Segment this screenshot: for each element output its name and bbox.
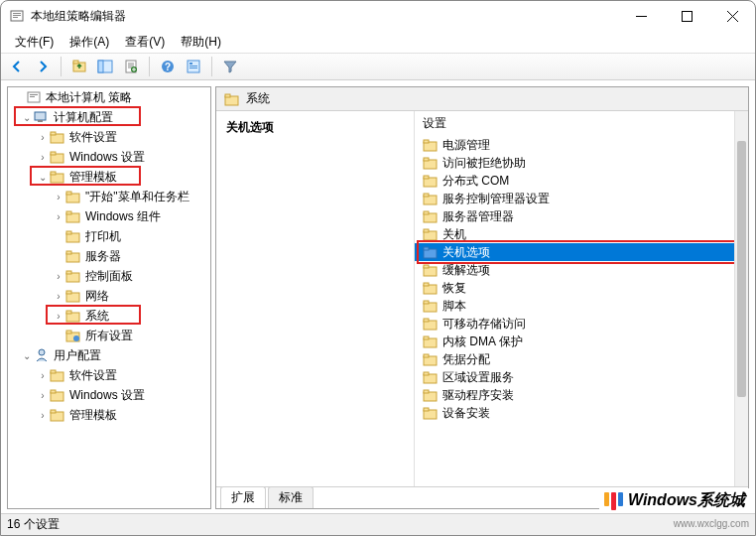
scrollbar-thumb[interactable]	[737, 141, 746, 397]
list-item[interactable]: 分布式 COM	[415, 172, 748, 190]
tree-all-settings[interactable]: 所有设置	[8, 326, 210, 345]
minimize-button[interactable]	[618, 1, 664, 31]
list-item-label: 驱动程序安装	[442, 387, 514, 404]
tree-network[interactable]: ›网络	[8, 286, 210, 306]
tree-windows-components[interactable]: ›Windows 组件	[8, 206, 210, 226]
tree-admin-templates-2[interactable]: ›管理模板	[8, 405, 210, 425]
svg-rect-7	[73, 61, 78, 64]
properties-button[interactable]	[182, 55, 205, 78]
list-item-label: 服务器管理器	[442, 208, 514, 225]
tree-label: 软件设置	[69, 129, 117, 146]
tree-label: 网络	[85, 288, 109, 305]
list-item[interactable]: 恢复	[415, 279, 748, 297]
filter-button[interactable]	[218, 55, 242, 78]
menu-help[interactable]: 帮助(H)	[173, 32, 229, 53]
left-column-heading: 关机选项	[226, 119, 404, 136]
list-item[interactable]: 脚本	[415, 297, 748, 315]
maximize-button[interactable]	[664, 1, 709, 31]
tree-admin-templates[interactable]: ⌄管理模板	[8, 167, 210, 187]
help-button[interactable]: ?	[156, 55, 180, 78]
back-button[interactable]	[5, 55, 29, 78]
svg-rect-44	[66, 331, 71, 334]
list-item-label: 访问被拒绝协助	[442, 155, 526, 172]
tree-user-config[interactable]: ⌄用户配置	[8, 345, 210, 365]
menu-action[interactable]: 操作(A)	[62, 32, 117, 53]
tree-label: Windows 设置	[69, 387, 145, 404]
list-item[interactable]: 缓解选项	[415, 261, 748, 279]
watermark-text: Windows系统城	[628, 490, 745, 511]
svg-rect-17	[189, 67, 197, 68]
svg-rect-28	[51, 172, 56, 175]
up-button[interactable]	[67, 55, 91, 78]
tree-label: 控制面板	[85, 268, 133, 285]
list-item[interactable]: 关机选项	[415, 243, 748, 261]
list-item[interactable]: 访问被拒绝协助	[415, 154, 748, 172]
list-item-label: 分布式 COM	[442, 173, 509, 190]
svg-point-45	[73, 335, 79, 341]
tree-server[interactable]: 服务器	[8, 246, 210, 266]
tree-windows-settings-2[interactable]: ›Windows 设置	[8, 385, 210, 405]
svg-rect-68	[424, 247, 429, 250]
svg-rect-74	[424, 301, 429, 304]
folder-icon	[423, 208, 439, 224]
folder-icon	[423, 387, 439, 403]
svg-rect-30	[66, 192, 71, 195]
show-hide-tree-button[interactable]	[93, 55, 117, 78]
svg-rect-48	[51, 370, 56, 373]
tree-system[interactable]: ›系统	[8, 306, 210, 326]
app-icon	[9, 8, 25, 24]
list-item[interactable]: 凭据分配	[415, 350, 748, 368]
list-item-label: 电源管理	[442, 137, 490, 154]
list-item[interactable]: 区域设置服务	[415, 368, 748, 386]
folder-icon	[423, 405, 439, 421]
window-title: 本地组策略编辑器	[31, 8, 126, 25]
folder-icon	[423, 137, 439, 153]
tree-control-panel[interactable]: ›控制面板	[8, 266, 210, 286]
location-bar: 系统	[216, 87, 748, 111]
svg-rect-58	[424, 158, 429, 161]
separator	[211, 57, 212, 76]
scrollbar[interactable]	[734, 111, 748, 486]
svg-rect-38	[66, 271, 71, 274]
forward-button[interactable]	[31, 55, 55, 78]
folder-icon	[423, 369, 439, 385]
close-button[interactable]	[709, 1, 755, 31]
tree-label: 管理模板	[69, 169, 117, 186]
tree-label: Windows 组件	[85, 208, 161, 225]
list-item-label: 凭据分配	[442, 351, 490, 368]
tree-label: 软件设置	[69, 367, 117, 384]
folder-icon	[224, 91, 240, 107]
list-item[interactable]: 可移动存储访问	[415, 315, 748, 333]
tree-computer-config[interactable]: ⌄计算机配置	[8, 107, 210, 127]
menubar: 文件(F) 操作(A) 查看(V) 帮助(H)	[1, 31, 755, 53]
list-item[interactable]: 关机	[415, 225, 748, 243]
tab-standard[interactable]: 标准	[268, 486, 314, 508]
tree-start-menu[interactable]: ›"开始"菜单和任务栏	[8, 187, 210, 206]
tree-software-settings[interactable]: ›软件设置	[8, 127, 210, 147]
list-item[interactable]: 服务器管理器	[415, 207, 748, 225]
tree-root[interactable]: 本地计算机 策略	[8, 87, 210, 107]
svg-rect-5	[682, 11, 692, 21]
list-item[interactable]: 电源管理	[415, 136, 748, 154]
list-item[interactable]: 驱动程序安装	[415, 386, 748, 404]
watermark-logo-icon	[603, 492, 624, 510]
list-item[interactable]: 设备安装	[415, 404, 748, 422]
tree-windows-settings[interactable]: ›Windows 设置	[8, 147, 210, 167]
svg-rect-64	[424, 211, 429, 214]
svg-rect-40	[66, 291, 71, 294]
status-bar: 16 个设置	[1, 513, 755, 535]
tab-extended[interactable]: 扩展	[220, 486, 266, 508]
svg-rect-42	[66, 311, 71, 314]
tree-pane[interactable]: 本地计算机 策略 ⌄计算机配置 ›软件设置 ›Windows 设置 ⌄管理模板 …	[7, 86, 211, 509]
menu-file[interactable]: 文件(F)	[7, 32, 62, 53]
list-item[interactable]: 内核 DMA 保护	[415, 333, 748, 350]
folder-icon	[423, 244, 439, 260]
list-item[interactable]: 服务控制管理器设置	[415, 190, 748, 207]
tree-software-settings-2[interactable]: ›软件设置	[8, 365, 210, 385]
menu-view[interactable]: 查看(V)	[117, 32, 173, 53]
export-button[interactable]	[119, 55, 143, 78]
svg-rect-1	[13, 13, 21, 14]
folder-icon	[423, 351, 439, 367]
tree-printer[interactable]: 打印机	[8, 226, 210, 246]
tree-label: 用户配置	[54, 347, 101, 364]
